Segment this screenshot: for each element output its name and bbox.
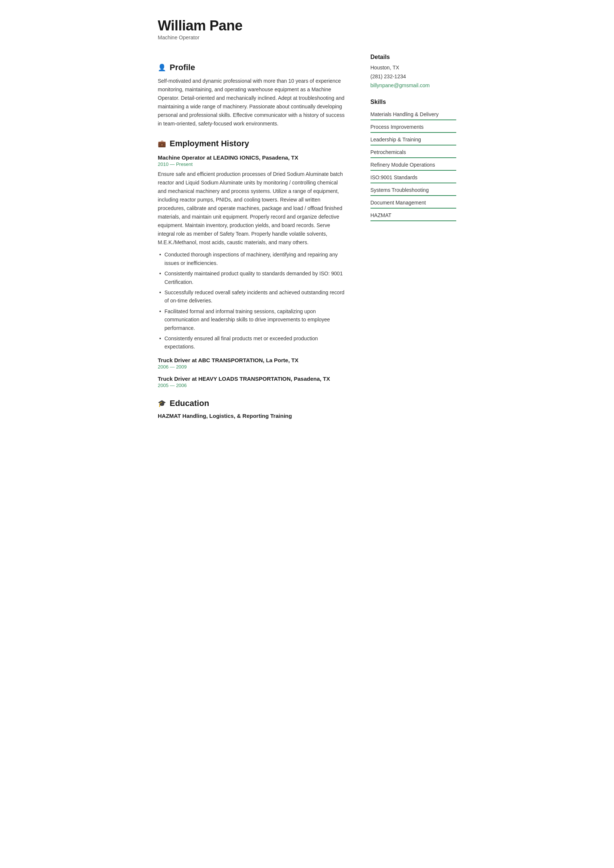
education-heading: 🎓 Education xyxy=(158,398,347,408)
skills-section: Skills Materials Handling & Delivery Pro… xyxy=(371,99,456,221)
skill-4: Petrochemicals xyxy=(371,146,456,158)
job-1-description: Ensure safe and efficient production pro… xyxy=(158,170,347,247)
skill-9: HAZMAT xyxy=(371,209,456,221)
job-2: Truck Driver at ABC TRANSPORTATION, La P… xyxy=(158,357,347,370)
detail-phone: (281) 232-1234 xyxy=(371,72,456,81)
skill-3: Leadership & Training xyxy=(371,133,456,146)
skill-2: Process Improvements xyxy=(371,121,456,133)
edu-entry-1-title: HAZMAT Handling, Logistics, & Reporting … xyxy=(158,413,347,419)
bullet-item: Conducted thorough inspections of machin… xyxy=(158,251,347,267)
job-3: Truck Driver at HEAVY LOADS TRANSPORTATI… xyxy=(158,375,347,388)
employment-heading: 💼 Employment History xyxy=(158,139,347,149)
skill-6: ISO:9001 Standards xyxy=(371,172,456,183)
bullet-item: Consistently ensured all final products … xyxy=(158,334,347,351)
candidate-name: William Pane xyxy=(158,18,456,34)
profile-section: 👤 Profile Self-motivated and dynamic pro… xyxy=(158,63,347,129)
skill-5: Refinery Module Operations xyxy=(371,159,456,171)
job-1-dates: 2010 — Present xyxy=(158,161,347,167)
profile-icon: 👤 xyxy=(158,64,166,71)
education-section: 🎓 Education HAZMAT Handling, Logistics, … xyxy=(158,398,347,419)
education-label: Education xyxy=(170,398,209,408)
details-section: Details Houston, TX (281) 232-1234 billy… xyxy=(371,54,456,90)
job-2-dates: 2006 — 2009 xyxy=(158,364,347,370)
job-3-dates: 2005 — 2006 xyxy=(158,383,347,388)
employment-section: 💼 Employment History Machine Operator at… xyxy=(158,139,347,388)
job-1-bullets: Conducted thorough inspections of machin… xyxy=(158,251,347,351)
detail-location: Houston, TX xyxy=(371,64,456,72)
details-heading: Details xyxy=(371,54,456,60)
job-1-title: Machine Operator at LEADING IONICS, Pasa… xyxy=(158,154,347,161)
bullet-item: Facilitated formal and informal training… xyxy=(158,307,347,332)
skill-7: Systems Troubleshooting xyxy=(371,184,456,196)
profile-text: Self-motivated and dynamic professional … xyxy=(158,77,347,129)
skills-heading: Skills xyxy=(371,99,456,105)
job-1: Machine Operator at LEADING IONICS, Pasa… xyxy=(158,154,347,351)
left-column: 👤 Profile Self-motivated and dynamic pro… xyxy=(158,52,364,419)
skill-1: Materials Handling & Delivery xyxy=(371,108,456,120)
job-3-title: Truck Driver at HEAVY LOADS TRANSPORTATI… xyxy=(158,375,347,382)
skill-8: Document Management xyxy=(371,197,456,209)
resume-body: 👤 Profile Self-motivated and dynamic pro… xyxy=(158,52,456,419)
bullet-item: Successfully reduced overall safety inci… xyxy=(158,288,347,305)
candidate-title: Machine Operator xyxy=(158,34,456,40)
profile-heading: 👤 Profile xyxy=(158,63,347,72)
employment-label: Employment History xyxy=(170,139,249,149)
bullet-item: Consistently maintained product quality … xyxy=(158,270,347,286)
profile-label: Profile xyxy=(170,63,195,72)
employment-icon: 💼 xyxy=(158,140,166,148)
education-icon: 🎓 xyxy=(158,399,166,408)
detail-email: billynpane@gmsmail.com xyxy=(371,81,456,90)
job-2-title: Truck Driver at ABC TRANSPORTATION, La P… xyxy=(158,357,347,363)
resume-header: William Pane Machine Operator xyxy=(158,18,456,40)
right-column: Details Houston, TX (281) 232-1234 billy… xyxy=(364,52,456,419)
